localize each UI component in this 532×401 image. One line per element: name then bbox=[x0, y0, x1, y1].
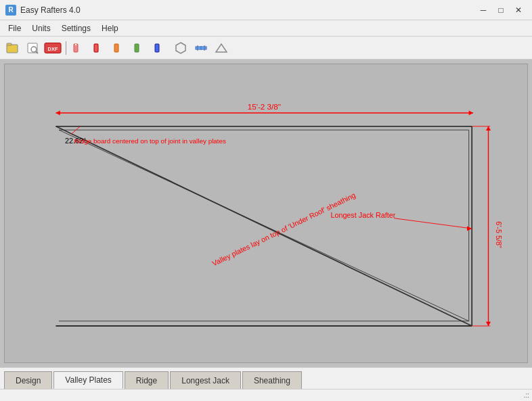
svg-rect-1 bbox=[7, 43, 12, 45]
svg-marker-34 bbox=[486, 126, 491, 131]
tab-sheathing[interactable]: Sheathing bbox=[242, 371, 302, 389]
print-preview-button[interactable] bbox=[23, 39, 42, 57]
drawing-svg: 15'-2 3/8" 22.62° Ridge board centered o… bbox=[5, 64, 527, 362]
close-button[interactable]: ✕ bbox=[510, 3, 527, 18]
drawing-area: 15'-2 3/8" 22.62° Ridge board centered o… bbox=[4, 64, 528, 363]
svg-line-23 bbox=[56, 126, 472, 326]
menu-settings[interactable]: Settings bbox=[56, 20, 96, 36]
toolbar-separator-1 bbox=[66, 41, 66, 55]
svg-line-27 bbox=[59, 130, 469, 321]
status-text: .:: bbox=[524, 392, 529, 399]
svg-rect-11 bbox=[135, 44, 139, 52]
app-icon: R bbox=[5, 5, 16, 16]
svg-marker-18 bbox=[216, 44, 227, 52]
dxf-button[interactable]: DXF bbox=[43, 39, 62, 57]
svg-rect-9 bbox=[94, 44, 98, 52]
tool-green-button[interactable] bbox=[131, 39, 150, 57]
menu-help[interactable]: Help bbox=[96, 20, 124, 36]
tool-hexagon-button[interactable] bbox=[171, 39, 190, 57]
tool-blue-button[interactable] bbox=[151, 39, 170, 57]
menu-file[interactable]: File bbox=[3, 20, 26, 36]
tab-ridge[interactable]: Ridge bbox=[125, 371, 169, 389]
maximize-button[interactable]: □ bbox=[493, 3, 509, 18]
valley-plates-label: Valley plates lay on top of 'Under Roof'… bbox=[210, 191, 357, 267]
svg-marker-20 bbox=[56, 110, 60, 115]
svg-marker-35 bbox=[486, 322, 491, 326]
tab-design[interactable]: Design bbox=[4, 371, 52, 389]
menu-bar: File Units Settings Help bbox=[0, 20, 532, 37]
svg-marker-21 bbox=[469, 110, 473, 115]
tool-orange-button[interactable] bbox=[110, 39, 129, 57]
tab-bar: Design Valley Plates Ridge Longest Jack … bbox=[0, 367, 532, 389]
svg-marker-13 bbox=[176, 43, 185, 53]
status-bar: .:: bbox=[0, 389, 532, 401]
title-bar-text: Easy Rafters 4.0 bbox=[20, 5, 475, 15]
horizontal-dimension-label: 15'-2 3/8" bbox=[248, 102, 281, 111]
svg-rect-0 bbox=[7, 45, 18, 53]
svg-text:DXF: DXF bbox=[48, 45, 58, 51]
svg-rect-8 bbox=[75, 44, 76, 45]
svg-line-31 bbox=[394, 218, 472, 229]
tool-pencil-button[interactable] bbox=[70, 39, 89, 57]
vertical-dimension-label: 6'-5 5/8" bbox=[495, 221, 503, 248]
tab-valley-plates[interactable]: Valley Plates bbox=[53, 371, 123, 389]
tool-triangle-button[interactable] bbox=[212, 39, 231, 57]
minimize-button[interactable]: ─ bbox=[475, 3, 491, 18]
open-button[interactable] bbox=[3, 39, 22, 57]
main-content: 15'-2 3/8" 22.62° Ridge board centered o… bbox=[0, 60, 532, 401]
svg-rect-12 bbox=[155, 44, 159, 52]
svg-line-4 bbox=[36, 51, 38, 53]
ridge-board-label: Ridge board centered on top of joint in … bbox=[74, 137, 227, 145]
toolbar: DXF bbox=[0, 37, 532, 60]
menu-units[interactable]: Units bbox=[26, 20, 56, 36]
longest-jack-label: Longest Jack Rafter bbox=[330, 211, 395, 219]
svg-marker-32 bbox=[467, 226, 472, 231]
tool-measure-button[interactable] bbox=[192, 39, 210, 57]
title-bar: R Easy Rafters 4.0 ─ □ ✕ bbox=[0, 0, 532, 20]
tab-longest-jack[interactable]: Longest Jack bbox=[170, 371, 241, 389]
title-bar-controls: ─ □ ✕ bbox=[475, 3, 527, 18]
tool-red-button[interactable] bbox=[90, 39, 109, 57]
svg-rect-10 bbox=[114, 44, 118, 52]
